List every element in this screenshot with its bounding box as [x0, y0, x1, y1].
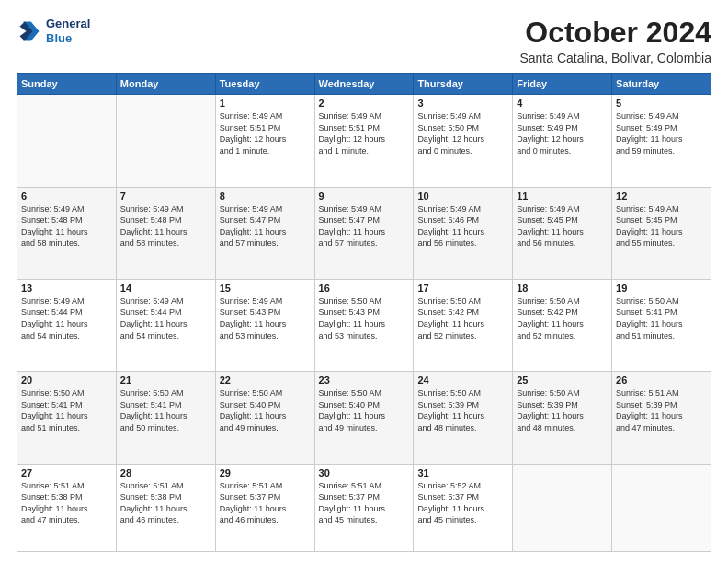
day-number: 21 [120, 374, 211, 385]
table-row: 21Sunrise: 5:50 AM Sunset: 5:41 PM Dayli… [116, 372, 215, 464]
day-number: 1 [220, 98, 311, 109]
table-row: 27Sunrise: 5:51 AM Sunset: 5:38 PM Dayli… [17, 464, 117, 552]
day-info: Sunrise: 5:50 AM Sunset: 5:43 PM Dayligh… [319, 295, 410, 341]
col-sunday: Sunday [17, 74, 117, 95]
day-info: Sunrise: 5:50 AM Sunset: 5:40 PM Dayligh… [319, 387, 410, 433]
table-row: 26Sunrise: 5:51 AM Sunset: 5:39 PM Dayli… [612, 372, 711, 464]
calendar-table: Sunday Monday Tuesday Wednesday Thursday… [17, 73, 711, 552]
logo-text: General Blue [46, 17, 90, 45]
table-row [612, 464, 711, 552]
table-row: 18Sunrise: 5:50 AM Sunset: 5:42 PM Dayli… [513, 279, 612, 371]
table-row: 7Sunrise: 5:49 AM Sunset: 5:48 PM Daylig… [116, 187, 215, 279]
table-row: 24Sunrise: 5:50 AM Sunset: 5:39 PM Dayli… [414, 372, 513, 464]
header: General Blue October 2024 Santa Catalina… [17, 17, 711, 65]
day-number: 14 [120, 282, 211, 293]
day-info: Sunrise: 5:52 AM Sunset: 5:37 PM Dayligh… [417, 480, 508, 526]
day-number: 3 [417, 98, 508, 109]
day-info: Sunrise: 5:50 AM Sunset: 5:41 PM Dayligh… [616, 295, 707, 341]
table-row: 8Sunrise: 5:49 AM Sunset: 5:47 PM Daylig… [215, 187, 314, 279]
day-number: 28 [120, 467, 211, 478]
day-number: 22 [220, 374, 311, 385]
day-info: Sunrise: 5:51 AM Sunset: 5:39 PM Dayligh… [616, 387, 707, 433]
day-info: Sunrise: 5:50 AM Sunset: 5:40 PM Dayligh… [220, 387, 311, 433]
day-number: 7 [120, 190, 211, 201]
table-row: 23Sunrise: 5:50 AM Sunset: 5:40 PM Dayli… [314, 372, 414, 464]
day-info: Sunrise: 5:49 AM Sunset: 5:51 PM Dayligh… [319, 110, 410, 156]
day-info: Sunrise: 5:49 AM Sunset: 5:47 PM Dayligh… [319, 203, 410, 249]
table-row: 3Sunrise: 5:49 AM Sunset: 5:50 PM Daylig… [414, 95, 513, 187]
day-number: 12 [616, 190, 707, 201]
col-friday: Friday [513, 74, 612, 95]
table-row: 1Sunrise: 5:49 AM Sunset: 5:51 PM Daylig… [215, 95, 314, 187]
day-number: 11 [517, 190, 608, 201]
day-info: Sunrise: 5:49 AM Sunset: 5:45 PM Dayligh… [517, 203, 608, 249]
day-info: Sunrise: 5:49 AM Sunset: 5:43 PM Dayligh… [220, 295, 311, 341]
table-row [17, 95, 117, 187]
day-info: Sunrise: 5:49 AM Sunset: 5:49 PM Dayligh… [616, 110, 707, 156]
day-info: Sunrise: 5:51 AM Sunset: 5:37 PM Dayligh… [220, 480, 311, 526]
day-number: 31 [417, 467, 508, 478]
col-monday: Monday [116, 74, 215, 95]
table-row: 25Sunrise: 5:50 AM Sunset: 5:39 PM Dayli… [513, 372, 612, 464]
table-row: 11Sunrise: 5:49 AM Sunset: 5:45 PM Dayli… [513, 187, 612, 279]
month-title: October 2024 [519, 17, 711, 49]
day-number: 5 [616, 98, 707, 109]
day-number: 27 [21, 467, 112, 478]
table-row: 31Sunrise: 5:52 AM Sunset: 5:37 PM Dayli… [414, 464, 513, 552]
day-number: 26 [616, 374, 707, 385]
table-row: 30Sunrise: 5:51 AM Sunset: 5:37 PM Dayli… [314, 464, 414, 552]
table-row: 6Sunrise: 5:49 AM Sunset: 5:48 PM Daylig… [17, 187, 117, 279]
day-info: Sunrise: 5:49 AM Sunset: 5:48 PM Dayligh… [120, 203, 211, 249]
day-info: Sunrise: 5:50 AM Sunset: 5:39 PM Dayligh… [417, 387, 508, 433]
page: General Blue October 2024 Santa Catalina… [0, 0, 728, 563]
day-number: 25 [517, 374, 608, 385]
day-info: Sunrise: 5:51 AM Sunset: 5:38 PM Dayligh… [21, 480, 112, 526]
calendar-header-row: Sunday Monday Tuesday Wednesday Thursday… [17, 74, 711, 95]
day-info: Sunrise: 5:49 AM Sunset: 5:44 PM Dayligh… [21, 295, 112, 341]
location-title: Santa Catalina, Bolivar, Colombia [519, 51, 711, 65]
day-number: 23 [319, 374, 410, 385]
day-info: Sunrise: 5:49 AM Sunset: 5:50 PM Dayligh… [417, 110, 508, 156]
day-number: 17 [417, 282, 508, 293]
calendar-week-row: 20Sunrise: 5:50 AM Sunset: 5:41 PM Dayli… [17, 372, 711, 464]
col-thursday: Thursday [414, 74, 513, 95]
day-number: 9 [319, 190, 410, 201]
calendar-week-row: 13Sunrise: 5:49 AM Sunset: 5:44 PM Dayli… [17, 279, 711, 371]
logo: General Blue [17, 17, 90, 45]
day-info: Sunrise: 5:51 AM Sunset: 5:38 PM Dayligh… [120, 480, 211, 526]
table-row: 2Sunrise: 5:49 AM Sunset: 5:51 PM Daylig… [314, 95, 414, 187]
table-row: 22Sunrise: 5:50 AM Sunset: 5:40 PM Dayli… [215, 372, 314, 464]
table-row: 20Sunrise: 5:50 AM Sunset: 5:41 PM Dayli… [17, 372, 117, 464]
day-info: Sunrise: 5:50 AM Sunset: 5:42 PM Dayligh… [417, 295, 508, 341]
day-number: 24 [417, 374, 508, 385]
day-number: 15 [220, 282, 311, 293]
day-info: Sunrise: 5:49 AM Sunset: 5:44 PM Dayligh… [120, 295, 211, 341]
table-row: 4Sunrise: 5:49 AM Sunset: 5:49 PM Daylig… [513, 95, 612, 187]
logo-icon [17, 18, 42, 44]
day-info: Sunrise: 5:51 AM Sunset: 5:37 PM Dayligh… [319, 480, 410, 526]
table-row: 14Sunrise: 5:49 AM Sunset: 5:44 PM Dayli… [116, 279, 215, 371]
calendar-week-row: 1Sunrise: 5:49 AM Sunset: 5:51 PM Daylig… [17, 95, 711, 187]
day-info: Sunrise: 5:49 AM Sunset: 5:49 PM Dayligh… [517, 110, 608, 156]
col-saturday: Saturday [612, 74, 711, 95]
day-info: Sunrise: 5:49 AM Sunset: 5:47 PM Dayligh… [220, 203, 311, 249]
day-number: 13 [21, 282, 112, 293]
col-tuesday: Tuesday [215, 74, 314, 95]
day-info: Sunrise: 5:49 AM Sunset: 5:51 PM Dayligh… [220, 110, 311, 156]
day-number: 18 [517, 282, 608, 293]
day-number: 19 [616, 282, 707, 293]
day-info: Sunrise: 5:50 AM Sunset: 5:39 PM Dayligh… [517, 387, 608, 433]
table-row: 15Sunrise: 5:49 AM Sunset: 5:43 PM Dayli… [215, 279, 314, 371]
day-number: 6 [21, 190, 112, 201]
table-row: 13Sunrise: 5:49 AM Sunset: 5:44 PM Dayli… [17, 279, 117, 371]
table-row [116, 95, 215, 187]
table-row: 5Sunrise: 5:49 AM Sunset: 5:49 PM Daylig… [612, 95, 711, 187]
table-row: 19Sunrise: 5:50 AM Sunset: 5:41 PM Dayli… [612, 279, 711, 371]
table-row: 9Sunrise: 5:49 AM Sunset: 5:47 PM Daylig… [314, 187, 414, 279]
day-info: Sunrise: 5:49 AM Sunset: 5:46 PM Dayligh… [417, 203, 508, 249]
table-row: 10Sunrise: 5:49 AM Sunset: 5:46 PM Dayli… [414, 187, 513, 279]
day-info: Sunrise: 5:49 AM Sunset: 5:48 PM Dayligh… [21, 203, 112, 249]
day-number: 29 [220, 467, 311, 478]
day-number: 20 [21, 374, 112, 385]
table-row: 28Sunrise: 5:51 AM Sunset: 5:38 PM Dayli… [116, 464, 215, 552]
